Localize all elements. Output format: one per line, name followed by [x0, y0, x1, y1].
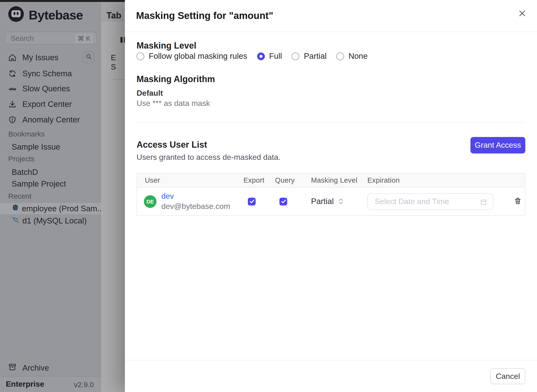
masking-level-heading: Masking Level [137, 41, 196, 51]
query-checkbox[interactable] [279, 197, 287, 205]
radio-label: Full [269, 51, 282, 61]
column-header-query: Query [275, 176, 304, 184]
table-header-row: User Export Query Masking Level Expirati… [137, 173, 525, 187]
expiration-date-input[interactable] [368, 197, 493, 206]
column-header-export: Export [243, 176, 275, 184]
calendar-icon [480, 198, 487, 207]
masking-setting-modal: Masking Setting for "amount" Masking Lev… [125, 0, 537, 392]
modal-header: Masking Setting for "amount" [125, 0, 537, 32]
column-header-masking-level: Masking Level [304, 176, 367, 184]
user-email: dev@bytebase.com [161, 201, 230, 211]
masking-level-radio-group: Follow global masking rules Full Partial… [137, 51, 368, 61]
radio-follow-global[interactable]: Follow global masking rules [137, 51, 247, 61]
user-name-link[interactable]: dev [161, 191, 230, 201]
radio-label: Follow global masking rules [149, 51, 247, 61]
radio-label: Partial [304, 51, 327, 61]
column-header-expiration: Expiration [367, 176, 503, 184]
masking-algorithm-heading: Masking Algorithm [137, 74, 215, 85]
algorithm-name: Default [137, 89, 163, 98]
chevron-up-down-icon [339, 198, 343, 205]
algorithm-description: Use *** as data mask [137, 99, 210, 108]
radio-icon [137, 52, 144, 60]
app-root: Bytebase ⌘ K My Issues Sync Schema [0, 0, 537, 392]
cancel-button[interactable]: Cancel [490, 368, 525, 384]
radio-icon [336, 52, 344, 60]
access-user-list-heading: Access User List [137, 140, 207, 150]
delete-user-button[interactable] [514, 197, 521, 206]
grant-access-button[interactable]: Grant Access [470, 137, 525, 153]
radio-none[interactable]: None [336, 51, 368, 61]
trash-icon [514, 197, 521, 206]
close-icon[interactable] [517, 8, 527, 18]
table-row: DE dev dev@bytebase.com [137, 187, 525, 215]
modal-title: Masking Setting for "amount" [136, 10, 273, 21]
radio-partial[interactable]: Partial [292, 51, 327, 61]
radio-icon [292, 52, 300, 60]
column-header-user: User [137, 176, 243, 184]
section-divider [137, 122, 525, 123]
masking-level-value: Partial [311, 197, 334, 206]
radio-icon [257, 52, 265, 60]
access-user-list-description: Users granted to access de-masked data. [137, 153, 280, 162]
modal-footer: Cancel [125, 360, 537, 392]
export-checkbox[interactable] [248, 197, 256, 205]
access-user-table: User Export Query Masking Level Expirati… [137, 173, 525, 216]
radio-label: None [348, 51, 368, 61]
expiration-date-input-wrap[interactable] [367, 193, 493, 210]
masking-level-select[interactable]: Partial [311, 197, 367, 206]
avatar: DE [144, 195, 156, 208]
radio-full[interactable]: Full [257, 51, 282, 61]
